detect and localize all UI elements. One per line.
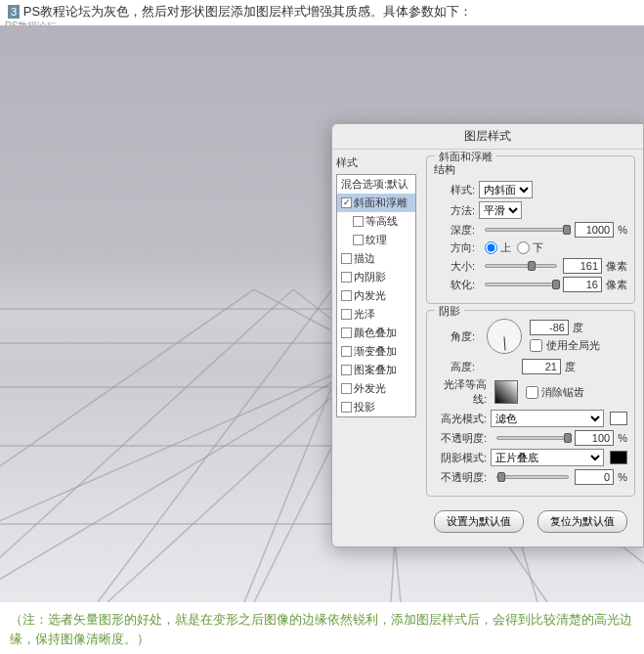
style-row-10[interactable]: 图案叠加 bbox=[337, 361, 415, 379]
depth-unit: % bbox=[618, 224, 627, 236]
antialias-checkbox[interactable] bbox=[526, 386, 538, 399]
style-row-label: 渐变叠加 bbox=[354, 344, 397, 359]
scene-preview: 图层样式 样式 混合选项:默认✓斜面和浮雕等高线纹理描边内阴影内发光光泽颜色叠加… bbox=[0, 25, 644, 602]
style-checkbox[interactable] bbox=[341, 365, 352, 375]
direction-up-radio[interactable] bbox=[485, 241, 497, 254]
style-checkbox[interactable] bbox=[353, 235, 364, 245]
highlight-opacity-slider[interactable] bbox=[496, 436, 569, 440]
bevel-emboss-group: 斜面和浮雕 结构 样式: 内斜面 方法: 平滑 深度: 1000 bbox=[426, 155, 635, 304]
highlight-mode-label: 高光模式: bbox=[434, 412, 491, 426]
angle-label: 角度: bbox=[434, 329, 479, 344]
global-light-checkbox[interactable] bbox=[530, 339, 542, 352]
size-unit: 像素 bbox=[606, 259, 627, 274]
style-row-label: 内发光 bbox=[354, 288, 386, 303]
top-text-content: PS教程论坛为灰色，然后对形状图层添加图层样式增强其质感。具体参数如下： bbox=[23, 4, 472, 19]
style-row-label: 描边 bbox=[354, 251, 375, 266]
style-checkbox[interactable] bbox=[341, 383, 352, 394]
highlight-color-swatch[interactable] bbox=[610, 412, 627, 425]
altitude-value[interactable]: 21 bbox=[522, 359, 561, 374]
size-value[interactable]: 161 bbox=[563, 258, 602, 274]
step-number: 3 bbox=[8, 5, 20, 19]
highlight-opacity-value[interactable]: 100 bbox=[575, 430, 614, 446]
style-checkbox[interactable]: ✓ bbox=[341, 197, 352, 208]
style-row-label: 斜面和浮雕 bbox=[354, 196, 408, 210]
shadow-mode-label: 阴影模式: bbox=[434, 451, 491, 465]
style-row-label: 投影 bbox=[354, 400, 375, 414]
soften-label: 软化: bbox=[434, 278, 479, 292]
style-row-label: 等高线 bbox=[365, 214, 398, 229]
top-description: 3 PS教程论坛为灰色，然后对形状图层添加图层样式增强其质感。具体参数如下： bbox=[0, 0, 644, 23]
size-slider[interactable] bbox=[485, 264, 557, 268]
style-row-5[interactable]: 内阴影 bbox=[337, 268, 415, 286]
direction-down-label: 下 bbox=[533, 240, 543, 255]
soften-value[interactable]: 16 bbox=[563, 277, 602, 292]
style-checkbox[interactable] bbox=[341, 346, 352, 357]
layer-style-dialog: 图层样式 样式 混合选项:默认✓斜面和浮雕等高线纹理描边内阴影内发光光泽颜色叠加… bbox=[331, 123, 644, 547]
style-row-2[interactable]: 等高线 bbox=[337, 212, 415, 231]
style-row-11[interactable]: 外发光 bbox=[337, 379, 415, 398]
style-checkbox[interactable] bbox=[341, 402, 352, 413]
style-label: 样式: bbox=[434, 183, 479, 197]
shading-group: 阴影 角度: -86 度 bbox=[426, 310, 635, 497]
soften-unit: 像素 bbox=[606, 278, 627, 292]
direction-down-radio[interactable] bbox=[517, 241, 530, 254]
depth-label: 深度: bbox=[434, 223, 479, 238]
highlight-mode-select[interactable]: 滤色 bbox=[491, 410, 604, 427]
style-row-0[interactable]: 混合选项:默认 bbox=[337, 175, 415, 194]
gloss-contour-label: 光泽等高线: bbox=[434, 377, 491, 407]
style-row-4[interactable]: 描边 bbox=[337, 249, 415, 268]
soften-slider[interactable] bbox=[485, 283, 557, 286]
highlight-opacity-unit: % bbox=[618, 432, 627, 444]
set-default-button[interactable]: 设置为默认值 bbox=[434, 510, 524, 533]
style-checkbox[interactable] bbox=[341, 309, 352, 320]
styles-header: 样式 bbox=[336, 155, 416, 174]
size-label: 大小: bbox=[434, 259, 479, 274]
style-row-label: 外发光 bbox=[354, 381, 386, 396]
direction-label: 方向: bbox=[434, 240, 479, 255]
angle-dial[interactable] bbox=[487, 319, 522, 354]
style-checkbox[interactable] bbox=[341, 290, 352, 301]
depth-slider[interactable] bbox=[485, 228, 569, 232]
shadow-color-swatch[interactable] bbox=[610, 451, 627, 464]
style-row-9[interactable]: 渐变叠加 bbox=[337, 342, 415, 361]
style-row-label: 纹理 bbox=[365, 233, 387, 247]
global-light-label: 使用全局光 bbox=[546, 338, 600, 353]
style-row-8[interactable]: 颜色叠加 bbox=[337, 324, 415, 342]
shadow-opacity-label: 不透明度: bbox=[434, 470, 491, 485]
altitude-label: 高度: bbox=[434, 360, 479, 374]
angle-value[interactable]: -86 bbox=[530, 320, 569, 335]
style-row-label: 内阴影 bbox=[354, 270, 386, 284]
shadow-opacity-value[interactable]: 0 bbox=[575, 469, 614, 485]
style-row-7[interactable]: 光泽 bbox=[337, 305, 415, 324]
method-select[interactable]: 平滑 bbox=[479, 201, 522, 219]
antialias-label: 消除锯齿 bbox=[541, 385, 584, 400]
reset-default-button[interactable]: 复位为默认值 bbox=[537, 510, 627, 533]
style-row-label: 光泽 bbox=[354, 307, 375, 322]
style-select[interactable]: 内斜面 bbox=[479, 181, 533, 198]
dialog-title: 图层样式 bbox=[332, 124, 643, 150]
altitude-unit: 度 bbox=[565, 360, 576, 374]
bottom-note: （注：选者矢量图形的好处，就是在变形之后图像的边缘依然锐利，添加图层样式后，会得… bbox=[0, 604, 644, 654]
angle-unit: 度 bbox=[573, 321, 583, 335]
style-row-12[interactable]: 投影 bbox=[337, 398, 415, 416]
style-row-label: 颜色叠加 bbox=[354, 326, 397, 340]
depth-value[interactable]: 1000 bbox=[575, 222, 614, 238]
structure-title: 结构 bbox=[434, 162, 627, 177]
style-row-3[interactable]: 纹理 bbox=[337, 231, 415, 249]
direction-up-label: 上 bbox=[500, 240, 511, 255]
shadow-opacity-slider[interactable] bbox=[496, 475, 569, 479]
style-row-1[interactable]: ✓斜面和浮雕 bbox=[337, 194, 415, 212]
shading-title: 阴影 bbox=[435, 304, 464, 319]
style-list: 混合选项:默认✓斜面和浮雕等高线纹理描边内阴影内发光光泽颜色叠加渐变叠加图案叠加… bbox=[336, 174, 416, 417]
shadow-opacity-unit: % bbox=[618, 471, 627, 483]
highlight-opacity-label: 不透明度: bbox=[434, 431, 491, 446]
shadow-mode-select[interactable]: 正片叠底 bbox=[491, 449, 604, 466]
style-row-6[interactable]: 内发光 bbox=[337, 286, 415, 305]
style-checkbox[interactable] bbox=[353, 216, 364, 227]
method-label: 方法: bbox=[434, 203, 479, 218]
style-row-label: 图案叠加 bbox=[354, 363, 397, 377]
style-checkbox[interactable] bbox=[341, 327, 352, 338]
style-checkbox[interactable] bbox=[341, 272, 352, 283]
style-checkbox[interactable] bbox=[341, 253, 352, 264]
gloss-contour-preview[interactable] bbox=[494, 380, 518, 404]
